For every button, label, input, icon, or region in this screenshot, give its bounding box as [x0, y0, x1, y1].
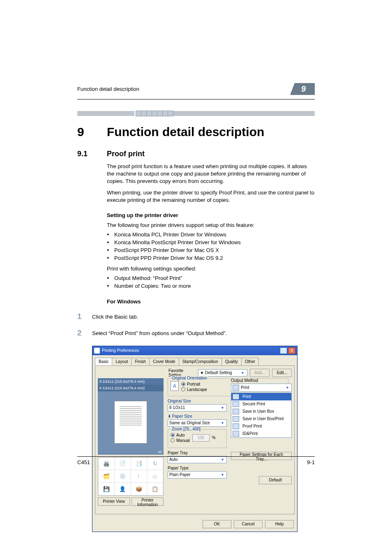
output-method-select[interactable]: Print ▾: [231, 384, 292, 392]
drivers-list: Konica Minolta PCL Printer Driver for Wi…: [107, 231, 315, 262]
original-size-select[interactable]: 8 1/2x11▾: [168, 404, 227, 412]
list-item: Konica Minolta PostScript Printer Driver…: [107, 238, 315, 246]
radio-manual[interactable]: Manual: [171, 438, 190, 443]
option-secure-print[interactable]: Secure Print: [231, 400, 291, 408]
grid-icon: 💾: [98, 483, 115, 495]
body-paragraph: The proof print function is a feature us…: [107, 163, 315, 185]
section-heading: 9.1Proof print: [77, 150, 315, 158]
settings-intro: Print with following settings specified:: [107, 265, 315, 273]
chapter-heading: 9Function detail description: [77, 125, 315, 139]
page-preview: 8 1/2x11 (215.9x279.4 mm) 8 1/2x11 (215.…: [98, 378, 164, 455]
step-text: Click the Basic tab.: [92, 312, 315, 321]
orientation-legend: Original Orientation: [171, 376, 208, 380]
list-item: Output Method: “Proof Print”: [107, 274, 315, 282]
edit-button[interactable]: Edit...: [272, 369, 292, 377]
printer-icon: [233, 394, 239, 400]
radio-auto[interactable]: Auto: [171, 433, 190, 437]
running-header: Function detail description 9: [77, 83, 315, 95]
paper-size-select[interactable]: Same as Original Size▾: [168, 419, 227, 427]
step-text: Select “Proof Print” from options under …: [92, 328, 315, 337]
preview-size-mid: 8 1/2x11 (215.9x279.4 mm): [98, 385, 164, 391]
output-method-label: Output Method: [231, 378, 292, 383]
option-save-user-box[interactable]: Save in User Box: [231, 408, 291, 415]
page-footer: C451 9-1: [77, 456, 315, 465]
help-button[interactable]: Help: [265, 520, 294, 528]
ok-button[interactable]: OK: [203, 520, 231, 528]
add-button[interactable]: Add...: [250, 369, 270, 377]
option-print[interactable]: Print: [231, 393, 291, 400]
tab-other[interactable]: Other: [241, 358, 259, 365]
footer-model: C451: [77, 459, 90, 465]
list-item: Number of Copies: Two or more: [107, 282, 315, 290]
dialog-titlebar: Printing Preferences ? X: [92, 346, 297, 355]
tabstrip: Basic Layout Finish Cover Mode Stamp/Com…: [92, 355, 297, 365]
grid-icon: 👤: [115, 483, 131, 495]
chapter-badge: 9: [291, 83, 315, 95]
list-item: PostScript PPD Printer Driver for Mac OS…: [107, 246, 315, 254]
preview-size-top: 8 1/2x11 (215.9x279.4 mm): [98, 378, 164, 385]
tab-basic[interactable]: Basic: [95, 358, 112, 365]
output-method-dropdown: Print Secure Print Save in User Box Save…: [231, 393, 292, 438]
close-button[interactable]: X: [288, 347, 295, 354]
default-button[interactable]: Default: [259, 476, 292, 484]
help-button[interactable]: ?: [280, 347, 287, 354]
tabpanel-basic: Favorite Setting ★ Default Setting▾ Add.…: [95, 365, 295, 514]
decorative-strip: [77, 111, 315, 116]
grid-icon: ◇: [147, 470, 164, 483]
box-print-icon: [233, 416, 239, 422]
grid-icon: 📦: [131, 483, 147, 495]
paper-type-label: Paper Type: [168, 466, 227, 470]
printer-view-button[interactable]: Printer View: [98, 497, 130, 506]
a-icon: A: [171, 381, 179, 391]
tab-finish[interactable]: Finish: [131, 358, 150, 365]
id-icon: [233, 431, 239, 437]
tab-cover-mode[interactable]: Cover Mode: [149, 358, 179, 365]
printing-preferences-dialog: Printing Preferences ? X Basic Layout Fi…: [92, 346, 297, 532]
option-id-print[interactable]: ID&Print: [231, 430, 291, 437]
dialog-footer: OK Cancel Help: [92, 517, 297, 532]
settings-list: Output Method: “Proof Print” Number of C…: [107, 274, 315, 290]
list-item: PostScript PPD Printer Driver for Mac OS…: [107, 254, 315, 262]
grid-icon: Ⓐ: [115, 470, 131, 483]
subheading-setup: Setting up the printer driver: [107, 212, 315, 218]
tab-layout[interactable]: Layout: [112, 358, 131, 365]
paper-tray-label: Paper Tray: [168, 451, 227, 455]
printer-icon: [233, 385, 239, 391]
grid-icon: 🗂️: [98, 470, 115, 483]
step: 1 Click the Basic tab.: [77, 312, 315, 321]
grid-icon: ⫶: [131, 470, 147, 483]
subheading-windows: For Windows: [107, 298, 315, 305]
running-title: Function detail description: [77, 86, 139, 92]
original-size-label: Original Size: [168, 399, 227, 403]
box-icon: [233, 409, 239, 414]
step: 2 Select “Proof Print” from options unde…: [77, 328, 315, 338]
option-proof-print[interactable]: Proof Print: [231, 423, 291, 430]
cancel-button[interactable]: Cancel: [234, 520, 263, 528]
tab-quality[interactable]: Quality: [221, 358, 242, 365]
paper-icon: [114, 401, 147, 444]
paper-size-label: ⬇ Paper Size: [168, 414, 227, 419]
zoom-spinner[interactable]: 100: [192, 434, 210, 442]
step-number: 1: [77, 312, 92, 321]
zoom-legend: Zoom [25...400]: [171, 427, 202, 431]
body-paragraph: When printing, use the printer driver to…: [107, 189, 315, 204]
pct-label: %: [212, 435, 216, 440]
printer-info-button[interactable]: Printer Information: [131, 497, 164, 506]
preview-zoom: x1: [158, 450, 162, 454]
app-icon: [94, 348, 100, 354]
dialog-title: Printing Preferences: [102, 348, 139, 353]
proof-icon: [233, 423, 239, 429]
list-item: Konica Minolta PCL Printer Driver for Wi…: [107, 231, 315, 238]
paper-type-select[interactable]: Plain Paper▾: [168, 471, 227, 479]
lock-icon: [233, 401, 239, 407]
step-number: 2: [77, 328, 92, 338]
header-rule: [77, 99, 315, 99]
grid-icon: 📋: [147, 483, 164, 495]
footer-page: 9-1: [307, 459, 315, 465]
tab-stamp[interactable]: Stamp/Composition: [179, 358, 222, 365]
option-save-user-box-print[interactable]: Save in User Box/Print: [231, 415, 291, 423]
setup-intro: The following four printer drivers suppo…: [107, 222, 315, 229]
